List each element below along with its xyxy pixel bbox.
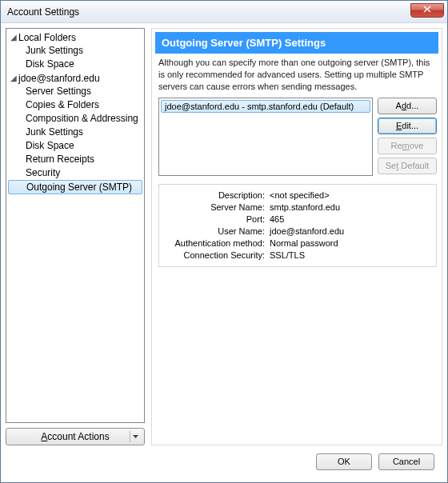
account-settings-window: Account Settings ◢Local Folders Junk Set… (0, 0, 448, 483)
settings-panel: Outgoing Server (SMTP) Settings Although… (151, 28, 442, 445)
account-actions-button[interactable]: Account Actions (6, 428, 145, 445)
expander-icon[interactable]: ◢ (10, 71, 17, 85)
tree-item-server-settings[interactable]: Server Settings (6, 85, 144, 98)
close-icon (423, 6, 431, 13)
tree-item-security[interactable]: Security (6, 166, 144, 180)
tree-item-disk-space[interactable]: Disk Space (6, 58, 144, 71)
titlebar: Account Settings (1, 1, 447, 23)
ok-button[interactable]: OK (316, 453, 372, 470)
edit-button[interactable]: Edit... (378, 118, 437, 134)
tree-item-outgoing-smtp[interactable]: Outgoing Server (SMTP) (8, 180, 142, 194)
smtp-details: Description:<not specified> Server Name:… (158, 184, 437, 267)
detail-value-description: <not specified> (270, 190, 430, 202)
account-actions-label: Account Actions (41, 431, 109, 442)
smtp-server-item[interactable]: jdoe@stanford.edu - smtp.stanford.edu (D… (161, 100, 370, 113)
detail-label-user-name: User Name: (166, 226, 270, 238)
window-title: Account Settings (7, 6, 79, 18)
detail-label-port: Port: (166, 214, 270, 226)
detail-value-server-name: smtp.stanford.edu (270, 202, 430, 214)
account-tree[interactable]: ◢Local Folders Junk Settings Disk Space … (6, 28, 145, 423)
tree-item-local-folders[interactable]: ◢Local Folders (6, 30, 144, 44)
set-default-button: Set Default (378, 158, 437, 174)
tree-item-disk-space-2[interactable]: Disk Space (6, 139, 144, 153)
tree-item-return-receipts[interactable]: Return Receipts (6, 153, 144, 166)
dropdown-icon (130, 431, 141, 442)
detail-value-auth: Normal password (270, 238, 430, 249)
add-button[interactable]: Add... (378, 98, 437, 114)
tree-item-copies-folders[interactable]: Copies & Folders (6, 98, 144, 112)
detail-label-auth: Authentication method: (166, 238, 270, 249)
detail-label-security: Connection Security: (166, 249, 270, 261)
client-area: ◢Local Folders Junk Settings Disk Space … (1, 23, 447, 482)
detail-label-description: Description: (166, 190, 270, 202)
dialog-footer: OK Cancel (6, 445, 442, 477)
tree-item-junk-settings-2[interactable]: Junk Settings (6, 126, 144, 139)
panel-heading: Outgoing Server (SMTP) Settings (155, 32, 438, 54)
tree-item-junk-settings[interactable]: Junk Settings (6, 44, 144, 58)
expander-icon[interactable]: ◢ (10, 30, 17, 44)
account-tree-panel: ◢Local Folders Junk Settings Disk Space … (6, 28, 145, 445)
detail-label-server-name: Server Name: (166, 202, 270, 214)
panel-description: Although you can specify more than one o… (152, 57, 442, 98)
remove-button: Remove (378, 138, 437, 154)
smtp-server-list[interactable]: jdoe@stanford.edu - smtp.stanford.edu (D… (158, 98, 373, 176)
detail-value-user-name: jdoe@stanford.edu (270, 226, 430, 238)
detail-value-security: SSL/TLS (270, 249, 430, 261)
smtp-button-column: Add... Edit... Remove Set Default (378, 98, 437, 174)
detail-value-port: 465 (270, 214, 430, 226)
tree-item-composition[interactable]: Composition & Addressing (6, 112, 144, 126)
cancel-button[interactable]: Cancel (378, 453, 434, 470)
close-button[interactable] (410, 3, 444, 18)
tree-item-account[interactable]: ◢jdoe@stanford.edu (6, 71, 144, 85)
